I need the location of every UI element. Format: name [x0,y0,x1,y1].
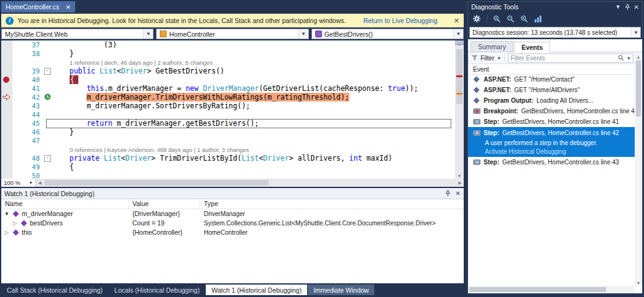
member-dropdown[interactable]: GetBestDrivers() ▼ [311,29,464,39]
reset-zoom-icon[interactable] [520,15,528,23]
indicator-margin[interactable] [1,154,12,163]
watch-row[interactable]: ▼m_driverManager{DriverManager}DriverMan… [1,209,464,219]
zoom-out-icon[interactable] [507,15,515,23]
search-icon[interactable] [618,55,624,61]
indicator-margin[interactable] [1,171,12,179]
indicator-margin[interactable] [1,75,12,84]
scroll-down-icon[interactable]: ▼ [635,280,642,286]
events-horizontal-scrollbar[interactable] [468,286,635,293]
chevron-down-icon[interactable]: ▼ [143,29,153,39]
watch-value-cell[interactable]: {DriverManager} [129,209,200,219]
codelens-row[interactable]: 0 references | Kaycee Anderson, 468 days… [1,145,455,154]
column-header-name[interactable]: Name [1,199,129,209]
indicator-margin[interactable] [1,110,12,119]
codelens-indicator[interactable]: 1 reference | dech, 46 days ago | 2 auth… [52,59,213,67]
indicator-margin[interactable] [1,93,12,101]
indicator-margin[interactable] [1,40,12,49]
code-editor[interactable]: 37 (3)38 }1 reference | dech, 46 days ag… [1,40,464,179]
event-row[interactable]: Step:GetBestDrivers, HomeController.cs l… [468,116,635,127]
chevron-down-icon[interactable]: ▼ [453,29,463,39]
watch-value-cell[interactable]: {HomeController} [129,228,200,237]
outline-margin[interactable] [44,119,52,128]
outline-margin[interactable] [44,101,52,110]
outline-margin[interactable] [44,171,52,179]
scrollbar-thumb[interactable] [469,287,606,292]
chevron-down-icon[interactable]: ▼ [627,56,631,60]
outline-margin[interactable] [44,75,52,84]
watch-row[interactable]: ▷this{HomeController}HomeController [1,228,464,237]
pin-icon[interactable] [445,190,451,197]
scroll-down-icon[interactable]: ▼ [455,172,464,179]
expander-collapsed-icon[interactable]: ▷ [12,219,18,228]
zoom-control[interactable]: 100 % ▼ [1,179,36,187]
chevron-down-icon[interactable]: ▼ [631,27,640,37]
codelens-indicator[interactable]: 0 references | Kaycee Anderson, 468 days… [52,146,249,154]
timeline-chart-icon[interactable] [534,15,542,23]
event-row-selected[interactable]: Step:GetBestDrivers, HomeController.cs l… [468,127,635,157]
filter-button[interactable]: Filter ▼ [471,55,501,62]
outline-margin[interactable]: - [44,67,52,75]
splitter-handle[interactable] [455,40,464,45]
watch-window-header[interactable]: Watch 1 (Historical Debugging) ✕ [1,188,464,199]
scroll-left-icon[interactable]: ◀ [36,179,44,187]
expander-collapsed-icon[interactable]: ▷ [4,228,10,237]
pin-icon[interactable] [625,4,630,11]
scrollbar-thumb[interactable] [45,180,269,186]
return-to-live-debugging-link[interactable]: Return to Live Debugging [363,17,437,24]
event-row[interactable]: Breakpoint:GetBestDrivers, HomeControlle… [468,106,635,116]
outline-margin[interactable] [44,136,52,145]
outline-margin[interactable]: - [44,154,52,163]
fold-collapse-icon[interactable]: - [44,68,51,75]
indicator-margin[interactable] [1,101,12,110]
breakpoint-icon[interactable] [3,77,9,83]
zoom-in-icon[interactable] [493,15,501,23]
event-row[interactable]: ASP.NET:GET "/Home/Contact" [468,74,635,85]
chevron-down-icon[interactable]: ▼ [29,181,33,185]
outline-margin[interactable] [44,145,52,154]
tool-tab-watch-1-historical-debugging-[interactable]: Watch 1 (Historical Debugging) [206,285,307,295]
class-dropdown[interactable]: HomeController ▼ [156,29,308,39]
outline-margin[interactable] [44,84,52,93]
event-row[interactable]: Program Output:Loading All Drivers... [468,95,635,106]
codelens-row[interactable]: 1 reference | dech, 46 days ago | 2 auth… [1,58,455,67]
expander-expanded-icon[interactable]: ▼ [4,209,10,219]
tab-events[interactable]: Events [514,42,550,52]
indicator-margin[interactable] [1,84,12,93]
watch-value-cell[interactable]: Count = 19 [129,219,200,228]
tab-close-icon[interactable]: ✕ [65,4,70,11]
project-dropdown[interactable]: MyShuttle.Client.Web ▼ [1,29,154,39]
activate-historical-debugging-link[interactable]: Activate Historical Debugging [468,146,635,156]
tab-homecontroller[interactable]: HomeController.cs ✕ [1,1,75,12]
events-column-header[interactable]: Event [468,64,642,75]
close-icon[interactable]: ✕ [456,190,461,197]
outline-margin[interactable] [44,40,52,49]
scroll-right-icon[interactable]: ▶ [456,179,464,187]
infobar-close-icon[interactable]: ✕ [454,17,459,25]
indicator-margin[interactable] [1,49,12,58]
chevron-down-icon[interactable]: ▼ [298,29,308,39]
indicator-margin[interactable] [1,67,12,75]
indicator-margin[interactable] [1,136,12,145]
fold-collapse-icon[interactable]: - [44,155,51,162]
indicator-margin[interactable] [1,145,12,154]
filter-events-search-input[interactable]: Filter Events ▼ [508,54,633,63]
column-header-value[interactable]: Value [129,199,200,209]
chevron-down-icon[interactable]: ▼ [615,4,621,10]
diagnostic-tools-titlebar[interactable]: Diagnostic Tools ▼ ✕ [468,2,642,12]
scroll-up-icon[interactable]: ▲ [635,54,642,60]
scrollbar-thumb[interactable] [636,60,641,116]
tool-tab-immediate-window[interactable]: Immediate Window [308,285,374,295]
watch-row[interactable]: ▷bestDriversCount = 19System.Collections… [1,219,464,228]
indicator-margin[interactable] [1,119,12,128]
column-header-type[interactable]: Type [200,199,464,209]
outline-margin[interactable] [44,49,52,58]
outline-margin[interactable] [44,58,52,67]
indicator-margin[interactable] [1,128,12,136]
editor-vertical-scrollbar[interactable]: ▲ ▼ [455,40,464,179]
outline-margin[interactable] [44,110,52,119]
settings-gear-icon[interactable] [472,14,481,23]
outline-margin[interactable] [44,163,52,171]
events-vertical-scrollbar[interactable]: ▲ ▼ [635,54,642,286]
diagnostics-session-dropdown[interactable]: Diagnostics session: 13 seconds (13.748 … [469,27,641,38]
indicator-margin[interactable] [1,163,12,171]
